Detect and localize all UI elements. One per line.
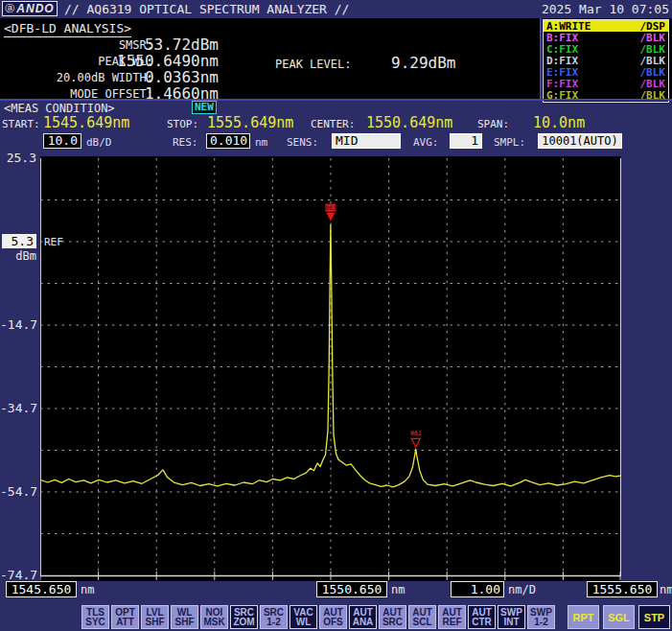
softkey-swp-int[interactable]: SWPINT <box>498 605 525 629</box>
softkey-vac-wl[interactable]: VACWL <box>290 605 317 629</box>
peak-level-value: 9.29dBm <box>391 54 455 72</box>
meas-field-label: STOP: <box>167 118 198 130</box>
sweep-key-sgl[interactable]: SGL <box>603 605 635 629</box>
spectrum-plot: REF001002 <box>40 156 621 581</box>
panel-divider <box>540 18 542 99</box>
softkey-label-line2: SRC <box>382 618 403 627</box>
xaxis-start-unit: nm <box>81 583 94 596</box>
softkey-label-line1: AUT <box>382 608 403 618</box>
softkey-label-line2: WL <box>296 618 312 627</box>
svg-text:002: 002 <box>410 430 422 437</box>
softkey-label-line1: AUT <box>353 608 373 618</box>
softkey-label-line1: AUT <box>472 608 492 618</box>
xaxis-stop-unit: nm <box>660 583 672 596</box>
analysis-heading: <DFB-LD ANALYSIS> <box>4 21 131 37</box>
trace-name: D:FIX <box>546 56 578 66</box>
softkey-label-line1: SRC <box>234 608 254 618</box>
datetime-display: 2025 Mar 10 07:05 <box>542 2 669 16</box>
sweep-key-stp[interactable]: STP <box>638 605 670 629</box>
app-title: // AQ6319 OPTICAL SPECTRUM ANALYZER // <box>64 2 349 16</box>
title-bar: ⓐ ANDO // AQ6319 OPTICAL SPECTRUM ANALYZ… <box>0 0 672 18</box>
softkey-label-line1: LVL <box>146 608 163 618</box>
softkey-label-line1: OPT <box>115 608 135 618</box>
softkey-aut-ana[interactable]: AUTANA <box>349 605 377 629</box>
softkey-src-1-2[interactable]: SRC1-2 <box>260 605 288 629</box>
xaxis-scale-field[interactable]: 1.00 <box>451 581 504 597</box>
softkey-src-zom[interactable]: SRCZOM <box>230 605 258 629</box>
softkey-swp-1-2[interactable]: SWP1-2 <box>527 605 555 629</box>
trace-name: F:FIX <box>546 79 578 89</box>
meas-condition-heading: <MEAS CONDITION> <box>4 102 115 115</box>
trace-row-d[interactable]: D:FIX/BLK <box>544 55 668 66</box>
ref-line-label: REF <box>44 236 63 248</box>
softkey-label-line2: 1-2 <box>534 618 547 627</box>
softkey-aut-ref[interactable]: AUTREF <box>438 605 466 629</box>
softkey-aut-src[interactable]: AUTSRC <box>379 605 406 629</box>
softkey-label-line1: TLS <box>86 608 104 618</box>
meas-field-label: SPAN: <box>477 118 509 130</box>
trace-status: /BLK <box>640 79 666 89</box>
sweep-key-rpt[interactable]: RPT <box>568 605 599 629</box>
trace-status: /DSP <box>640 21 666 32</box>
trace-row-f[interactable]: F:FIX/BLK <box>544 79 668 90</box>
softkey-label-line2: SHF <box>175 618 195 627</box>
svg-text:001: 001 <box>325 204 336 212</box>
softkey-noi-msk[interactable]: NOIMSK <box>200 605 228 629</box>
smpl-field[interactable]: 10001(AUTO) <box>538 133 622 149</box>
res-field[interactable]: 0.010 <box>206 133 250 149</box>
softkey-label-line2: CTR <box>472 618 492 627</box>
ando-logo: ⓐ ANDO <box>2 1 58 16</box>
softkey-label-line1: SWP <box>530 608 552 618</box>
softkey-aut-ctr[interactable]: AUTCTR <box>468 605 496 629</box>
trace-name: C:FIX <box>546 44 578 55</box>
softkey-label-line1: NOI <box>206 608 223 618</box>
avg-label: AVG: <box>413 136 439 149</box>
softkey-wl-shf[interactable]: WLSHF <box>171 605 198 629</box>
ando-logo-icon: ⓐ <box>5 4 14 13</box>
meas-field-label: START: <box>2 118 40 130</box>
softkey-label-line2: SCL <box>413 618 432 627</box>
ando-logo-text: ANDO <box>16 2 54 15</box>
xaxis-stop-field[interactable]: 1555.650 <box>587 581 658 597</box>
softkey-aut-scl[interactable]: AUTSCL <box>408 605 436 629</box>
sens-field[interactable]: MID <box>332 133 401 149</box>
softkey-label-line1: AUT <box>442 608 462 618</box>
sweep-key-bar: RPTSGLSTP <box>568 605 670 629</box>
trace-status: /BLK <box>640 33 666 43</box>
softkey-label-line1: AUT <box>412 608 432 618</box>
res-unit: nm <box>255 136 267 149</box>
trace-row-b[interactable]: B:FIX/BLK <box>544 32 668 43</box>
xaxis-center-field[interactable]: 1550.650 <box>316 581 387 597</box>
meas-field-label: CENTER: <box>311 118 355 130</box>
softkey-label-line1: AUT <box>323 608 343 618</box>
ref-level-readout: 5.3 <box>2 234 36 248</box>
level-scale-field[interactable]: 10.0 <box>43 133 81 149</box>
softkey-label-line2: ATT <box>116 618 134 627</box>
meas-field-value: 1545.649nm <box>43 114 129 131</box>
trace-row-a[interactable]: A:WRITE/DSP <box>544 20 668 32</box>
analysis-row-label: 20.00dB WIDTH: <box>57 71 153 84</box>
softkey-lvl-shf[interactable]: LVLSHF <box>141 605 169 629</box>
trace-status: /BLK <box>640 44 666 55</box>
function-key-bar: TLSSYCOPTATTLVLSHFWLSHFNOIMSKSRCZOMSRC1-… <box>81 605 555 629</box>
sens-label: SENS: <box>287 136 318 149</box>
softkey-aut-ofs[interactable]: AUTOFS <box>319 605 347 629</box>
softkey-label-line2: 1-2 <box>266 618 280 627</box>
trace-name: E:FIX <box>546 67 578 78</box>
softkey-label-line2: ANA <box>353 618 374 627</box>
y-axis-tick-label: -34.7 <box>0 401 36 415</box>
y-axis-tick-label: -74.7 <box>0 568 36 582</box>
trace-row-c[interactable]: C:FIX/BLK <box>544 43 668 55</box>
softkey-label-line1: SRC <box>264 608 284 618</box>
softkey-label-line1: WL <box>177 608 193 618</box>
meas-field-value: 1550.649nm <box>366 114 452 131</box>
avg-field[interactable]: 1 <box>450 133 482 149</box>
trace-name: A:WRITE <box>546 21 591 32</box>
softkey-label-line1: VAC <box>293 608 313 618</box>
softkey-opt-att[interactable]: OPTATT <box>111 605 139 629</box>
peak-level-label: PEAK LEVEL: <box>275 58 351 71</box>
softkey-tls-syc[interactable]: TLSSYC <box>81 605 109 629</box>
trace-row-e[interactable]: E:FIX/BLK <box>544 67 668 79</box>
xaxis-start-field[interactable]: 1545.650 <box>6 581 77 597</box>
y-axis-tick-label: -54.7 <box>0 484 36 499</box>
